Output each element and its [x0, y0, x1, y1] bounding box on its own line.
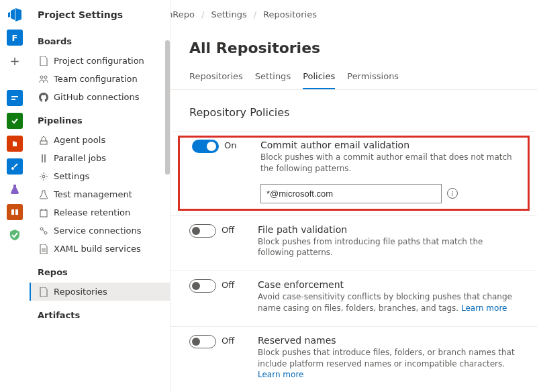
toggle-commit-email[interactable] [192, 140, 219, 153]
add-icon[interactable]: + [7, 52, 23, 68]
nav-project-configuration[interactable]: Project configuration [30, 52, 170, 70]
policy-title: File path validation [258, 224, 518, 235]
nav-label: Service connections [54, 226, 142, 236]
svg-point-11 [44, 76, 47, 79]
toggle-label: Off [222, 224, 234, 235]
doc-icon [39, 56, 48, 66]
learn-more-link[interactable]: Learn more [258, 370, 303, 379]
policy-case-enforcement: Off Case enforcement Avoid case-sensitiv… [170, 271, 537, 326]
nav-settings[interactable]: Settings [30, 167, 170, 185]
pool-icon [39, 136, 48, 145]
azure-devops-logo-icon[interactable] [7, 7, 23, 23]
xaml-icon [39, 244, 48, 254]
retention-icon [39, 208, 48, 217]
team-icon [39, 75, 48, 84]
tests-rail-icon[interactable] [7, 113, 23, 129]
tab-permissions[interactable]: Permissions [347, 67, 399, 89]
crumb-sep: / [254, 9, 256, 19]
scrollbar-thumb[interactable] [165, 40, 170, 175]
nav-label: Project configuration [54, 56, 144, 66]
nav-label: Parallel jobs [54, 153, 106, 163]
tab-repositories[interactable]: Repositories [189, 67, 243, 89]
office-rail-icon[interactable] [7, 136, 23, 152]
pipe-rail-icon[interactable] [7, 158, 23, 175]
section-artifacts-title: Artifacts [30, 301, 170, 326]
nav-label: Agent pools [54, 135, 105, 145]
left-icon-rail: F + [0, 0, 30, 392]
policy-file-path-validation: Off File path validation Block pushes fr… [170, 215, 537, 271]
page-title: All Repositories [170, 19, 537, 67]
svg-point-6 [11, 167, 14, 170]
policy-title: Commit author email validation [260, 140, 516, 150]
nav-label: Settings [54, 171, 89, 181]
tab-settings[interactable]: Settings [255, 67, 291, 89]
crumb-sep: / [201, 9, 204, 19]
nav-label: Release retention [54, 207, 130, 217]
info-icon[interactable]: i [447, 188, 458, 199]
nav-label: Test management [54, 189, 132, 199]
data-rail-icon[interactable] [7, 204, 23, 220]
boards-rail-icon[interactable] [7, 90, 23, 106]
policy-desc: Avoid case-sensitivity conflicts by bloc… [258, 291, 518, 314]
nav-parallel-jobs[interactable]: Parallel jobs [30, 149, 170, 167]
svg-rect-2 [11, 99, 15, 100]
policy-reserved-names: Off Reserved names Block pushes that int… [170, 326, 537, 392]
toggle-label: On [224, 140, 236, 150]
tab-bar: Repositories Settings Policies Permissio… [170, 67, 537, 90]
section-title: Repository Policies [170, 90, 537, 131]
policy-desc: Block pushes with a commit author email … [260, 152, 516, 175]
repo-icon [39, 287, 48, 297]
svg-rect-9 [15, 209, 18, 215]
learn-more-link[interactable]: Learn more [461, 303, 507, 313]
toggle-reserved[interactable] [189, 335, 216, 348]
project-tile-icon[interactable]: F [7, 30, 23, 46]
email-pattern-input[interactable] [260, 184, 442, 203]
shield-rail-icon[interactable] [7, 227, 23, 243]
svg-rect-16 [40, 210, 47, 217]
section-repos-title: Repos [30, 258, 170, 283]
nav-test-management[interactable]: Test management [30, 185, 170, 203]
main-content: fabrikam-tailspin / FabrikamRepo / Setti… [170, 0, 537, 392]
nav-label: Repositories [54, 287, 107, 297]
nav-label: XAML build services [54, 244, 141, 254]
nav-team-configuration[interactable]: Team configuration [30, 70, 170, 88]
toggle-label: Off [222, 279, 234, 290]
nav-label: GitHub connections [54, 92, 140, 102]
crumb-repo[interactable]: FabrikamRepo [170, 9, 195, 19]
svg-rect-8 [11, 209, 14, 215]
policy-desc: Block pushes that introduce files, folde… [258, 347, 518, 381]
policy-title: Case enforcement [258, 279, 518, 290]
svg-rect-12 [40, 141, 47, 144]
nav-repositories[interactable]: Repositories [30, 283, 170, 301]
toggle-file-path[interactable] [189, 224, 216, 238]
crumb-repositories[interactable]: Repositories [263, 9, 317, 19]
nav-github-connections[interactable]: GitHub connections [30, 88, 170, 106]
toggle-label: Off [222, 335, 234, 346]
nav-release-retention[interactable]: Release retention [30, 203, 170, 222]
svg-rect-1 [11, 96, 18, 97]
section-boards-title: Boards [30, 27, 170, 52]
connection-icon [39, 226, 48, 236]
crumb-settings[interactable]: Settings [211, 9, 246, 19]
github-icon [39, 93, 48, 102]
policy-commit-author-email: On Commit author email validation Block … [173, 131, 534, 215]
flask-rail-icon[interactable] [7, 181, 23, 197]
project-settings-panel: Project Settings Boards Project configur… [30, 0, 170, 392]
policy-title: Reserved names [258, 335, 518, 346]
svg-rect-3 [10, 116, 19, 126]
settings-panel-title: Project Settings [30, 0, 170, 27]
svg-rect-0 [10, 93, 19, 103]
policy-desc: Block pushes from introducing file paths… [258, 236, 518, 259]
svg-point-15 [42, 175, 45, 178]
tab-policies[interactable]: Policies [303, 67, 335, 89]
nav-label: Team configuration [54, 74, 138, 84]
nav-xaml-build[interactable]: XAML build services [30, 240, 170, 258]
toggle-case[interactable] [189, 279, 216, 293]
svg-point-10 [40, 76, 43, 79]
nav-service-connections[interactable]: Service connections [30, 222, 170, 240]
gear-icon [39, 172, 48, 181]
nav-agent-pools[interactable]: Agent pools [30, 131, 170, 149]
test-icon [39, 190, 48, 199]
breadcrumb: fabrikam-tailspin / FabrikamRepo / Setti… [170, 0, 537, 19]
section-pipelines-title: Pipelines [30, 106, 170, 131]
